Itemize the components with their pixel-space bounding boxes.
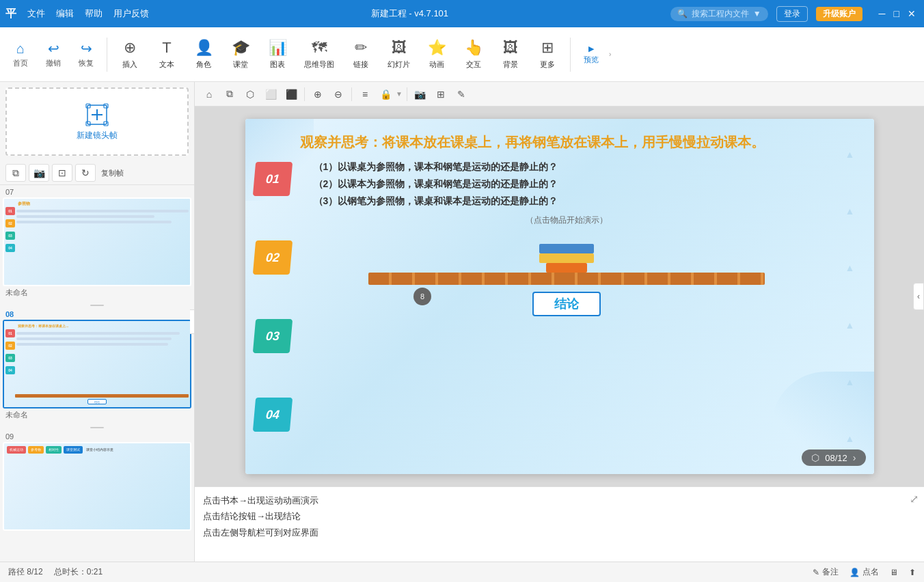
search-dropdown-icon[interactable]: ▼ xyxy=(753,9,761,18)
login-button[interactable]: 登录 xyxy=(776,6,808,22)
notes-button[interactable]: ✎ 备注 xyxy=(813,566,839,578)
notes-icon: ✎ xyxy=(813,568,819,577)
canvas-lock-dropdown[interactable]: 🔒 ▼ xyxy=(377,85,403,103)
canvas-home-btn[interactable]: ⌂ xyxy=(200,85,218,103)
slide-item-09: 09 机械运动 参考物 相对性 课堂测试 课堂小结内容示意 xyxy=(3,432,191,531)
toolbar-insert[interactable]: ⊕ 插入 xyxy=(113,36,147,72)
canvas-copy-btn[interactable]: ⧉ xyxy=(221,85,239,103)
book-blue xyxy=(539,244,594,253)
copy-frame-button[interactable]: ⧉ xyxy=(5,164,26,182)
role-label: 角色 xyxy=(196,59,211,70)
canvas-shape2-btn[interactable]: ⬛ xyxy=(282,85,300,103)
canvas-area: ⌂ ⧉ ⬡ ⬜ ⬛ ⊕ ⊖ ≡ 🔒 ▼ 📷 ⊞ ✎ 8 xyxy=(195,82,924,562)
undo-label: 撤销 xyxy=(46,58,61,68)
canvas-zoomout-btn[interactable]: ⊖ xyxy=(329,85,347,103)
menu-edit[interactable]: 编辑 xyxy=(56,8,74,20)
canvas-cut-btn[interactable]: ⬡ xyxy=(241,85,259,103)
toolbar-slide[interactable]: 🖼 幻灯片 xyxy=(381,36,417,72)
upgrade-button[interactable]: 升级账户 xyxy=(816,7,862,21)
slide-thumb-07[interactable]: 参照物 01 02 03 04 xyxy=(3,197,191,286)
redo-icon: ↪ xyxy=(81,40,92,57)
slide-num-08: 08 xyxy=(5,310,191,318)
text-label: 文本 xyxy=(159,59,174,70)
minimize-button[interactable]: ─ xyxy=(876,8,888,19)
canvas-screenshot-btn[interactable]: 📷 xyxy=(411,85,429,103)
toolbar-background[interactable]: 🖼 背景 xyxy=(493,36,528,72)
background-icon: 🖼 xyxy=(503,39,518,57)
toolbar-arrow-right[interactable]: › xyxy=(609,51,611,58)
toolbar-mindmap[interactable]: 🗺 思维导图 xyxy=(297,36,341,72)
callname-button[interactable]: 👤 点名 xyxy=(850,566,879,578)
toolbar-sep-2 xyxy=(570,38,571,72)
toolbar-redo[interactable]: ↪ 恢复 xyxy=(71,38,101,71)
undo-icon: ↩ xyxy=(48,40,59,57)
resize-handle-1[interactable] xyxy=(3,301,191,310)
toolbar-undo[interactable]: ↩ 撤销 xyxy=(38,38,68,71)
canvas-grid-btn[interactable]: ⊞ xyxy=(432,85,450,103)
toolbar-home[interactable]: ⌂ 首页 xyxy=(5,38,36,71)
toolbar: ⌂ 首页 ↩ 撤销 ↪ 恢复 ⊕ 插入 T 文本 👤 角色 🎓 课堂 📊 图表 … xyxy=(0,27,924,82)
canvas-shape-btn[interactable]: ⬜ xyxy=(262,85,280,103)
new-frame-label: 新建镜头帧 xyxy=(77,130,118,141)
toolbar-interact[interactable]: 👆 交互 xyxy=(457,36,491,72)
canvas-align-btn[interactable]: ≡ xyxy=(356,85,374,103)
resize-handle-2[interactable] xyxy=(3,423,191,432)
notes-label: 备注 xyxy=(822,566,839,578)
thumb-desk xyxy=(15,394,189,398)
loop-button[interactable]: ↻ xyxy=(75,164,96,182)
menu-feedback[interactable]: 用户反馈 xyxy=(113,8,149,20)
mindmap-label: 思维导图 xyxy=(304,59,334,70)
slide-content: 观察并思考：将课本放在课桌上，再将钢笔放在课本上，用手慢慢拉动课本。 （1）以课… xyxy=(300,126,833,467)
toolbar-more[interactable]: ⊞ 更多 xyxy=(530,36,565,72)
transform-button[interactable]: ⊡ xyxy=(52,164,72,182)
canvas-edit-btn[interactable]: ✎ xyxy=(452,85,470,103)
thumb-result-btn: 结论 xyxy=(87,399,107,404)
question-3: （3）以钢笔为参照物，课桌和课本是运动的还是静止的？ xyxy=(314,193,833,210)
slide-animation-area[interactable] xyxy=(300,230,833,285)
toolbar-link[interactable]: ✏ 链接 xyxy=(344,36,378,72)
main-area: 新建镜头帧 ⧉ 📷 ⊡ ↻ 复制帧 07 参照物 01 02 xyxy=(0,82,924,562)
notes-area: ⤢ xyxy=(195,486,924,562)
canvas-lock-btn[interactable]: 🔒 xyxy=(377,85,394,103)
canvas-lock-arrow[interactable]: ▼ xyxy=(396,90,403,98)
page-counter-next[interactable]: › xyxy=(853,452,856,463)
animation-icon: ⭐ xyxy=(428,39,446,57)
toolbar-preview[interactable]: ▶ 预览 xyxy=(576,42,606,68)
share-button[interactable]: ⬆ xyxy=(909,568,916,577)
slide-thumb-09[interactable]: 机械运动 参考物 相对性 课堂测试 课堂小结内容示意 xyxy=(3,442,191,531)
new-frame-icon xyxy=(85,102,109,127)
canvas-zoomin-btn[interactable]: ⊕ xyxy=(309,85,327,103)
canvas-main: 8 ▲ ▲ ▲ ▲ ▲ ▲ xyxy=(195,107,924,486)
window-controls: ─ □ ✕ xyxy=(876,8,919,19)
maximize-button[interactable]: □ xyxy=(891,8,902,19)
result-button[interactable]: 结论 xyxy=(532,292,601,316)
arrow-6: ▲ xyxy=(845,433,855,444)
question-2: （2）以课本为参照物，课桌和钢笔是运动的还是静止的？ xyxy=(314,176,833,193)
notes-expand-button[interactable]: ⤢ xyxy=(903,487,924,562)
slide-canvas[interactable]: ▲ ▲ ▲ ▲ ▲ ▲ 01 02 03 04 观察并思考：将课本放在课桌上，再… xyxy=(245,119,874,474)
sidebar-collapse-button[interactable]: ‹ xyxy=(190,309,195,334)
slide-thumb-08[interactable]: 观察并思考：将课本放在课桌上... 01 02 03 04 xyxy=(3,320,191,408)
menu-help[interactable]: 帮助 xyxy=(85,8,103,20)
book-stack[interactable] xyxy=(539,244,594,273)
new-frame-button[interactable]: 新建镜头帧 xyxy=(5,87,189,156)
notes-textarea[interactable] xyxy=(195,487,903,562)
mindmap-icon: 🗺 xyxy=(312,39,327,57)
menu-file[interactable]: 文件 xyxy=(27,8,45,20)
toolbar-classroom[interactable]: 🎓 课堂 xyxy=(223,36,258,72)
right-panel-collapse[interactable]: ‹ xyxy=(913,283,924,310)
search-box[interactable]: 🔍 搜索工程内文件 ▼ xyxy=(670,7,768,21)
arrow-4: ▲ xyxy=(845,320,855,331)
monitor-button[interactable]: 🖥 xyxy=(890,568,898,577)
page-counter-text: 08/12 xyxy=(825,453,847,463)
toolbar-animation[interactable]: ⭐ 动画 xyxy=(420,36,454,72)
close-button[interactable]: ✕ xyxy=(905,8,919,19)
link-label: 链接 xyxy=(353,59,368,70)
insert-icon: ⊕ xyxy=(124,39,136,57)
canvas-sep-1 xyxy=(304,87,305,101)
toolbar-role[interactable]: 👤 角色 xyxy=(187,36,221,72)
toolbar-text[interactable]: T 文本 xyxy=(150,36,184,72)
screenshot-button[interactable]: 📷 xyxy=(29,164,49,182)
slide-item-08: 08 观察并思考：将课本放在课桌上... 01 02 03 04 xyxy=(3,310,191,420)
toolbar-chart[interactable]: 📊 图表 xyxy=(260,36,295,72)
